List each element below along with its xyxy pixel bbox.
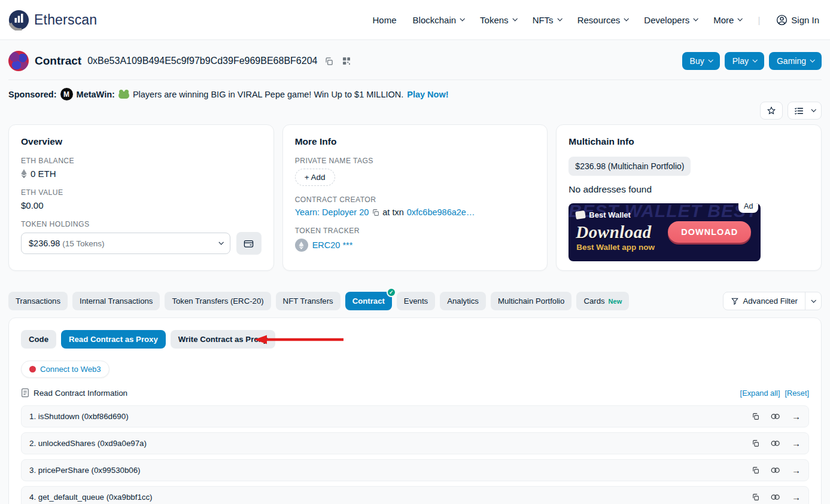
link-icon — [771, 413, 780, 420]
tab-token-transfers[interactable]: Token Transfers (ERC-20) — [165, 292, 270, 310]
copy-method-button[interactable] — [752, 466, 759, 474]
connect-to-web3-button[interactable]: Connect to Web3 — [21, 361, 110, 378]
reset-link[interactable]: [Reset] — [785, 389, 809, 398]
method-query-button[interactable]: → — [792, 411, 801, 421]
summary-cards: Overview ETH BALANCE 0 ETH ETH VALUE $0.… — [8, 124, 822, 271]
tab-analytics[interactable]: Analytics — [440, 292, 486, 310]
metawin-logo-icon: M — [60, 88, 73, 100]
eth-value-label: ETH VALUE — [21, 188, 262, 197]
sign-in-button[interactable]: Sign In — [776, 14, 819, 26]
buy-button[interactable]: Buy — [682, 52, 720, 70]
chevron-down-icon — [694, 16, 698, 21]
nav-tokens[interactable]: Tokens — [480, 15, 516, 25]
ad-download-button[interactable]: DOWNLOAD — [668, 221, 751, 243]
copy-method-button[interactable] — [752, 439, 759, 447]
contract-header: Contract 0xBe53A109B494E5c9f97b9Cd39Fe96… — [8, 48, 822, 74]
copy-method-button[interactable] — [752, 493, 759, 501]
tab-internal-transactions[interactable]: Internal Transactions — [72, 292, 160, 310]
nav-home[interactable]: Home — [373, 15, 397, 25]
expand-all-link[interactable]: [Expand all] — [740, 389, 780, 398]
method-query-button[interactable]: → — [792, 465, 801, 475]
verified-check-icon: ✓ — [387, 288, 396, 297]
ad-banner[interactable]: BEST WALLET BEST WALLET BEST WALLET BEST… — [568, 203, 761, 261]
copy-address-button[interactable] — [322, 54, 336, 68]
method-permalink-button[interactable] — [771, 494, 780, 500]
no-addresses-text: No addresses found — [568, 184, 809, 195]
subtab-read-contract-as-proxy[interactable]: Read Contract as Proxy — [61, 330, 166, 349]
method-permalink-button[interactable] — [771, 440, 780, 447]
method-row-pricePerShare[interactable]: 3. pricePerShare (0x99530b06) → — [21, 459, 809, 481]
method-row-unlockedShares[interactable]: 2. unlockedShares (0xd9a0e97a) → — [21, 432, 809, 454]
token-tracker-line: ERC20 *** — [295, 239, 536, 252]
advanced-filter-button[interactable]: Advanced Filter — [723, 292, 805, 310]
creator-link[interactable]: Yearn: Deployer 20 — [295, 207, 369, 217]
subtab-write-contract-as-proxy[interactable]: Write Contract as Proxy — [171, 330, 275, 349]
nav-nfts[interactable]: NFTs — [533, 15, 561, 25]
chevron-down-icon — [512, 16, 517, 21]
advanced-filter-control: Advanced Filter — [723, 292, 822, 310]
play-button[interactable]: Play — [725, 52, 764, 70]
method-row-isShutdown[interactable]: 1. isShutdown (0xbf86d690) → — [21, 405, 809, 427]
token-holdings-dropdown[interactable]: $236.98 (15 Tokens) — [21, 233, 230, 254]
sponsored-message: Players are winning BIG in VIRAL Pepe ga… — [133, 90, 403, 99]
add-name-tag-button[interactable]: + Add — [295, 169, 335, 186]
method-query-button[interactable]: → — [792, 492, 801, 502]
etherscan-logo[interactable]: Etherscan — [8, 10, 97, 30]
favorite-button[interactable] — [760, 102, 783, 120]
creation-txn-link[interactable]: 0xfc6be986a2e… — [407, 207, 475, 217]
tab-events[interactable]: Events — [397, 292, 435, 310]
advanced-filter-caret[interactable] — [805, 292, 821, 310]
ad-label: Ad — [738, 203, 758, 213]
token-tracker-label: TOKEN TRACKER — [295, 227, 536, 235]
sponsored-banner: Sponsored: M MetaWin: Players are winnin… — [8, 88, 822, 100]
gaming-button[interactable]: Gaming — [769, 52, 822, 70]
star-icon — [767, 106, 776, 115]
header-divider — [8, 80, 822, 80]
wallet-icon — [244, 239, 254, 248]
link-icon — [771, 494, 780, 500]
new-badge: New — [609, 298, 622, 305]
subtab-code[interactable]: Code — [21, 330, 56, 349]
etherscan-logo-icon — [8, 10, 29, 30]
sponsored-advertiser: MetaWin: — [77, 90, 115, 99]
method-list: 1. isShutdown (0xbf86d690) → 2. unlocked… — [21, 405, 809, 504]
wallet-view-button[interactable] — [236, 232, 262, 255]
play-now-link[interactable]: Play Now! — [407, 90, 448, 99]
checklist-menu-button[interactable] — [788, 102, 822, 120]
tab-cards[interactable]: Cards New — [576, 292, 629, 310]
method-permalink-button[interactable] — [771, 467, 780, 474]
nav-blockchain[interactable]: Blockchain — [413, 15, 464, 25]
qr-code-button[interactable] — [339, 54, 354, 68]
header-actions: Buy Play Gaming — [682, 52, 822, 70]
copy-method-button[interactable] — [752, 413, 759, 420]
chevron-down-icon — [557, 16, 562, 21]
method-row-get_default_queue[interactable]: 4. get_default_queue (0xa9bbf1cc) → — [21, 486, 809, 504]
tab-transactions[interactable]: Transactions — [8, 292, 68, 310]
multichain-info-card: Multichain Info $236.98 (Multichain Port… — [556, 124, 822, 271]
token-logo-icon — [295, 239, 308, 252]
tab-contract[interactable]: Contract ✓ — [345, 292, 392, 310]
chevron-down-icon — [752, 57, 757, 62]
multichain-info-title: Multichain Info — [568, 136, 809, 147]
tab-nft-transfers[interactable]: NFT Transfers — [276, 292, 340, 310]
chevron-down-icon — [811, 107, 816, 112]
eth-balance-value: 0 ETH — [21, 169, 262, 179]
contract-subtabs: Code Read Contract as Proxy Write Contra… — [21, 330, 809, 349]
nav-developers[interactable]: Developers — [644, 15, 697, 25]
document-icon — [21, 388, 29, 398]
method-query-button[interactable]: → — [792, 438, 801, 448]
read-contract-section-header: Read Contract Information [Expand all] [… — [21, 388, 809, 398]
copy-icon — [752, 439, 759, 447]
chevron-down-icon — [738, 16, 743, 21]
copy-creator-button[interactable] — [372, 209, 379, 216]
chevron-down-icon — [218, 240, 223, 245]
nav-more[interactable]: More — [713, 15, 741, 25]
link-icon — [771, 467, 780, 474]
nav-resources[interactable]: Resources — [577, 15, 628, 25]
multichain-portfolio-badge[interactable]: $236.98 (Multichain Portfolio) — [568, 157, 691, 176]
token-holdings-value: $236.98 — [29, 239, 60, 248]
tab-multichain-portfolio[interactable]: Multichain Portfolio — [491, 292, 571, 310]
method-permalink-button[interactable] — [771, 413, 780, 420]
token-tracker-link[interactable]: ERC20 *** — [312, 240, 353, 250]
checklist-icon — [794, 106, 804, 115]
